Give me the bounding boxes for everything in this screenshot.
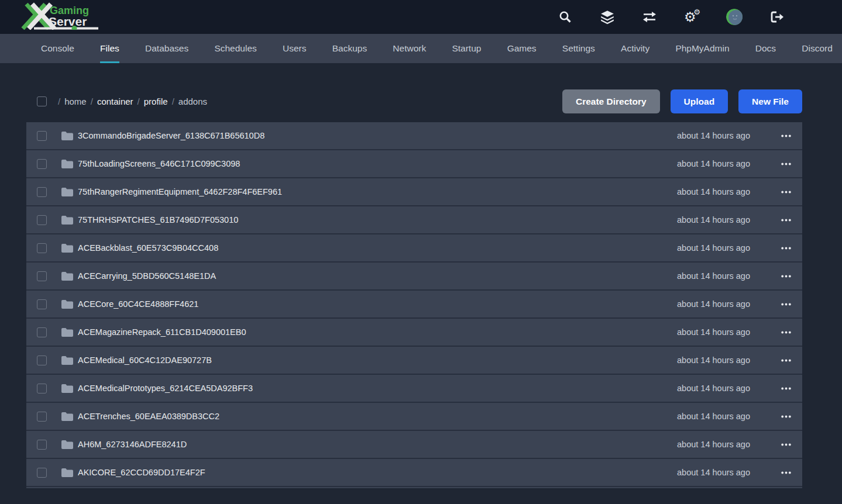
row-menu-icon[interactable] [781,415,791,418]
file-row[interactable]: ACECarrying_5DBD560C5148E1DA about 14 ho… [26,263,802,291]
file-row[interactable]: 75THRHSPATCHES_61B7496D7F053010 about 14… [26,206,802,234]
layers-icon[interactable] [600,9,615,25]
file-name[interactable]: ACEBackblast_60E573C9B04CC408 [78,243,677,253]
file-name[interactable]: 75THRHSPATCHES_61B7496D7F053010 [78,215,677,225]
file-row[interactable]: ACETrenches_60EAEA0389DB3CC2 about 14 ho… [26,403,802,431]
folder-icon [61,412,73,421]
tab-schedules[interactable]: Schedules [214,34,256,63]
file-list: 3CommandoBrigadeServer_6138C671B65610D8 … [26,122,802,487]
file-row[interactable]: 3CommandoBrigadeServer_6138C671B65610D8 … [26,122,802,150]
row-checkbox[interactable] [37,271,47,281]
file-name[interactable]: ACECore_60C4CE4888FF4621 [78,299,677,309]
logo[interactable]: Gaming Server [20,2,102,32]
row-checkbox[interactable] [37,468,47,478]
breadcrumb-separator: / [91,96,93,106]
file-modified-timestamp: about 14 hours ago [677,327,750,337]
row-menu-icon[interactable] [781,275,791,278]
tab-games[interactable]: Games [507,34,537,63]
main-nav: ConsoleFilesDatabasesSchedulesUsersBacku… [0,34,842,63]
tab-files[interactable]: Files [100,34,119,63]
breadcrumb-segment-profile[interactable]: profile [144,96,168,106]
row-menu-icon[interactable] [781,303,791,306]
row-menu-icon[interactable] [781,191,791,194]
svg-text:Server: Server [49,15,87,28]
folder-icon [61,384,73,393]
file-name[interactable]: ACECarrying_5DBD560C5148E1DA [78,271,677,281]
row-menu-icon[interactable] [781,219,791,222]
tab-phpmyadmin[interactable]: PhpMyAdmin [675,34,729,63]
row-menu-icon[interactable] [781,471,791,474]
row-checkbox[interactable] [37,412,47,422]
select-all-checkbox[interactable] [37,96,47,106]
tab-docs[interactable]: Docs [755,34,776,63]
breadcrumb-segment-addons: addons [178,96,207,106]
tab-activity[interactable]: Activity [621,34,649,63]
file-name[interactable]: ACEMedicalPrototypes_6214CEA5DA92BFF3 [78,384,677,393]
file-name[interactable]: 75thLoadingScreens_646C171C099C3098 [78,159,677,168]
toolbar-buttons: Create Directory Upload New File [562,89,802,113]
folder-icon [61,468,73,477]
file-name[interactable]: AH6M_6273146ADFE8241D [78,440,677,449]
row-checkbox[interactable] [37,131,47,141]
file-name[interactable]: AKICORE_62CCD69DD17E4F2F [78,468,677,477]
file-row[interactable]: ACEBackblast_60E573C9B04CC408 about 14 h… [26,234,802,263]
breadcrumb-segment-container[interactable]: container [97,96,133,106]
tab-console[interactable]: Console [41,34,74,63]
row-menu-icon[interactable] [781,134,791,137]
tab-settings[interactable]: Settings [562,34,595,63]
logout-icon[interactable] [769,9,785,25]
row-menu-icon[interactable] [781,387,791,390]
row-checkbox[interactable] [37,384,47,393]
row-menu-icon[interactable] [781,331,791,334]
row-checkbox[interactable] [37,440,47,450]
file-name[interactable]: 3CommandoBrigadeServer_6138C671B65610D8 [78,131,677,140]
file-name[interactable]: 75thRangerRegimentEquipment_6462F28F4F6E… [78,187,677,196]
tab-startup[interactable]: Startup [452,34,481,63]
file-modified-timestamp: about 14 hours ago [677,187,750,196]
transfer-icon[interactable] [642,9,657,25]
row-menu-icon[interactable] [781,359,791,362]
breadcrumb-separator: / [138,96,140,106]
row-checkbox[interactable] [37,215,47,225]
file-row[interactable]: ACECore_60C4CE4888FF4621 about 14 hours … [26,291,802,319]
file-row[interactable]: ACEMagazineRepack_611CB1D409001EB0 about… [26,319,802,347]
file-row[interactable]: ACEMedical_60C4C12DAE90727B about 14 hou… [26,347,802,375]
row-checkbox[interactable] [37,299,47,309]
file-row[interactable]: 75thRangerRegimentEquipment_6462F28F4F6E… [26,178,802,206]
file-modified-timestamp: about 14 hours ago [677,468,750,477]
file-name[interactable]: ACETrenches_60EAEA0389DB3CC2 [78,412,677,421]
create-directory-button[interactable]: Create Directory [562,89,660,113]
file-modified-timestamp: about 14 hours ago [677,131,750,140]
folder-icon [61,440,73,449]
tab-databases[interactable]: Databases [145,34,188,63]
row-menu-icon[interactable] [781,247,791,250]
tab-backups[interactable]: Backups [332,34,367,63]
breadcrumb-segment-home: home [64,96,87,106]
tab-users[interactable]: Users [283,34,306,63]
avatar[interactable] [726,9,743,25]
file-row[interactable]: AH6M_6273146ADFE8241D about 14 hours ago [26,431,802,459]
file-name[interactable]: ACEMedical_60C4C12DAE90727B [78,355,677,365]
row-menu-icon[interactable] [781,163,791,165]
row-checkbox[interactable] [37,355,47,365]
new-file-button[interactable]: New File [738,89,802,113]
row-checkbox[interactable] [37,187,47,197]
gears-icon[interactable]: ⚙ ⚙ [684,9,699,25]
search-icon[interactable] [558,9,573,25]
folder-icon [61,271,73,281]
tab-discord[interactable]: Discord [802,34,833,63]
row-checkbox[interactable] [37,243,47,253]
file-row[interactable]: 75thLoadingScreens_646C171C099C3098 abou… [26,150,802,178]
tab-network[interactable]: Network [393,34,426,63]
breadcrumb-separator: / [172,96,174,106]
file-name[interactable]: ACEMagazineRepack_611CB1D409001EB0 [78,327,677,337]
folder-icon [61,243,73,253]
row-checkbox[interactable] [37,327,47,337]
upload-button[interactable]: Upload [671,89,728,113]
file-row[interactable]: ACEMedicalPrototypes_6214CEA5DA92BFF3 ab… [26,375,802,403]
file-modified-timestamp: about 14 hours ago [677,412,750,421]
row-menu-icon[interactable] [781,443,791,446]
file-row[interactable]: AKICORE_62CCD69DD17E4F2F about 14 hours … [26,459,802,487]
folder-icon [61,355,73,365]
row-checkbox[interactable] [37,159,47,169]
